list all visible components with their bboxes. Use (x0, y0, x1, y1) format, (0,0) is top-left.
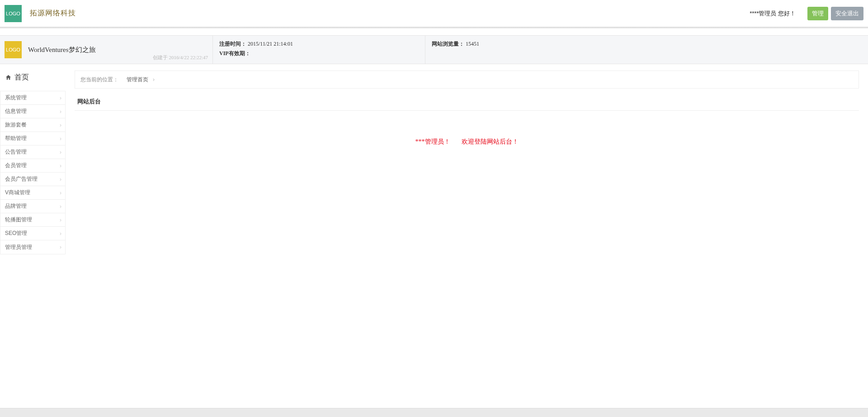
company-logo: LOGO (5, 5, 22, 22)
company-name: 拓源网络科技 (30, 9, 76, 18)
manage-button[interactable]: 管理 (807, 7, 828, 20)
chevron-right-icon: › (153, 76, 155, 83)
sidebar-home[interactable]: 首页 (0, 64, 66, 91)
sidebar-item-member[interactable]: 会员管理 › (0, 159, 65, 173)
chevron-right-icon: › (60, 176, 61, 183)
sidebar-menu: 系统管理 › 信息管理 › 旅游套餐 › 帮助管理 › 公告管理 › 会员管理 … (0, 91, 66, 254)
sidebar: 首页 系统管理 › 信息管理 › 旅游套餐 › 帮助管理 › 公告管理 › (0, 64, 66, 254)
chevron-right-icon: › (60, 108, 61, 115)
breadcrumb-home-link[interactable]: 管理首页 (127, 76, 148, 84)
main: 您当前的位置： 管理首页 › 网站后台 ***管理员！ 欢迎登陆网站后台！ (66, 64, 868, 254)
sidebar-item-travel[interactable]: 旅游套餐 › (0, 118, 65, 132)
chevron-right-icon: › (60, 244, 61, 250)
register-time: 2015/11/21 21:14:01 (248, 41, 293, 47)
welcome-part2: 欢迎登陆网站后台！ (462, 138, 519, 145)
welcome-message: ***管理员！ 欢迎登陆网站后台！ (75, 138, 859, 146)
vip-label: VIP有效期： (219, 50, 250, 56)
home-icon (5, 74, 12, 81)
chevron-right-icon: › (60, 149, 61, 155)
sidebar-item-label: 帮助管理 (5, 135, 27, 142)
created-time: 2016/4/22 22:22:47 (169, 55, 208, 60)
sub-left: LOGO WorldVentures梦幻之旅 创建于 2016/4/22 22:… (0, 36, 212, 64)
breadcrumb-label: 您当前的位置： (80, 76, 118, 84)
body: 首页 系统管理 › 信息管理 › 旅游套餐 › 帮助管理 › 公告管理 › (0, 64, 868, 254)
sub-header: LOGO WorldVentures梦幻之旅 创建于 2016/4/22 22:… (0, 35, 868, 64)
register-label: 注册时间： (219, 41, 246, 47)
top-header: LOGO 拓源网络科技 ****管理员 您好！ 管理 安全退出 (0, 0, 868, 27)
created-label: 创建于 (153, 55, 168, 60)
sidebar-item-label: 会员广告管理 (5, 175, 38, 183)
sidebar-item-info[interactable]: 信息管理 › (0, 105, 65, 118)
sidebar-item-label: 轮播图管理 (5, 216, 32, 224)
sidebar-item-label: 系统管理 (5, 94, 27, 102)
footer-bar (0, 408, 868, 417)
sidebar-item-notice[interactable]: 公告管理 › (0, 145, 65, 159)
user-greeting: ****管理员 您好！ (750, 9, 796, 18)
created-at: 创建于 2016/4/22 22:22:47 (153, 54, 208, 61)
sidebar-item-label: V商城管理 (5, 189, 30, 197)
sidebar-item-label: 会员管理 (5, 162, 27, 169)
sub-mid: 注册时间： 2015/11/21 21:14:01 VIP有效期： (212, 36, 425, 64)
sidebar-item-help[interactable]: 帮助管理 › (0, 132, 65, 145)
chevron-right-icon: › (60, 190, 61, 196)
sidebar-item-label: 品牌管理 (5, 202, 27, 210)
sidebar-item-label: 信息管理 (5, 108, 27, 115)
sidebar-home-label: 首页 (14, 73, 29, 82)
header-right: ****管理员 您好！ 管理 安全退出 (750, 7, 863, 20)
chevron-right-icon: › (60, 203, 61, 210)
sidebar-item-admin[interactable]: 管理员管理 › (0, 240, 65, 254)
sidebar-item-label: 旅游套餐 (5, 121, 27, 129)
site-logo: LOGO (5, 41, 22, 58)
sidebar-item-brand[interactable]: 品牌管理 › (0, 200, 65, 213)
chevron-right-icon: › (60, 230, 61, 237)
welcome-part1: ***管理员！ (415, 138, 450, 145)
sidebar-item-label: 管理员管理 (5, 244, 32, 251)
chevron-right-icon: › (60, 217, 61, 223)
logout-button[interactable]: 安全退出 (831, 7, 863, 20)
sidebar-item-memberad[interactable]: 会员广告管理 › (0, 173, 65, 186)
sidebar-item-label: 公告管理 (5, 148, 27, 156)
site-name: WorldVentures梦幻之旅 (28, 46, 96, 54)
header-gap (0, 28, 868, 35)
panel-title: 网站后台 (75, 93, 859, 111)
sidebar-item-label: SEO管理 (5, 230, 27, 237)
chevron-right-icon: › (60, 122, 61, 128)
chevron-right-icon: › (60, 95, 61, 101)
chevron-right-icon: › (60, 136, 61, 142)
sidebar-item-seo[interactable]: SEO管理 › (0, 227, 65, 240)
breadcrumb: 您当前的位置： 管理首页 › (75, 70, 859, 89)
views-label: 网站浏览量： (432, 41, 464, 47)
sidebar-item-system[interactable]: 系统管理 › (0, 91, 65, 105)
sidebar-item-carousel[interactable]: 轮播图管理 › (0, 213, 65, 227)
chevron-right-icon: › (60, 163, 61, 169)
views-value: 15451 (466, 41, 479, 47)
sub-right: 网站浏览量： 15451 (425, 36, 868, 64)
sidebar-item-vshop[interactable]: V商城管理 › (0, 186, 65, 200)
